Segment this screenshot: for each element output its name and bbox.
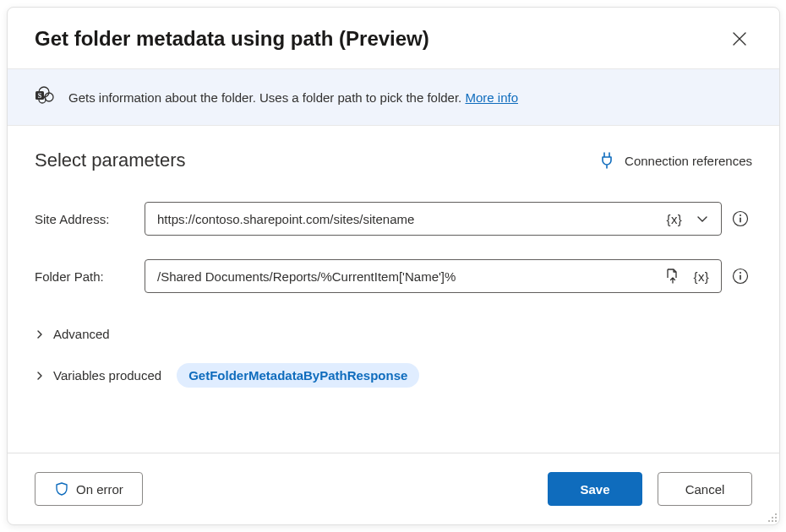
variable-chip[interactable]: GetFolderMetadataByPathResponse [177,363,419,388]
svg-point-13 [775,517,777,518]
on-error-button[interactable]: On error [35,472,143,506]
chevron-down-icon [696,212,709,225]
footer-actions: Save Cancel [548,472,752,506]
field-folder-path: Folder Path: {x} [35,259,752,293]
connection-references-button[interactable]: Connection references [599,152,752,169]
connection-references-label: Connection references [625,154,752,168]
svg-point-6 [740,214,741,216]
shield-icon [54,481,69,497]
svg-point-15 [772,520,773,522]
dialog-content: Select parameters Connection references … [8,126,779,453]
close-button[interactable] [727,26,752,52]
svg-point-12 [772,517,773,518]
insert-variable-button[interactable]: {x} [690,268,712,285]
svg-point-11 [775,513,777,515]
svg-point-14 [768,520,770,522]
folder-path-info-button[interactable] [729,268,752,285]
info-banner: S Gets information about the folder. Use… [8,68,779,126]
svg-point-9 [740,272,741,274]
dropdown-button[interactable] [692,210,712,227]
folder-path-label: Folder Path: [35,269,138,284]
chevron-right-icon [35,329,45,339]
field-site-address: Site Address: {x} [35,202,752,236]
resize-grip-icon[interactable] [766,511,778,523]
chevron-right-icon [35,371,45,381]
params-header: Select parameters Connection references [35,149,752,171]
on-error-label: On error [76,482,123,497]
svg-point-16 [775,520,777,522]
plug-icon [599,152,614,169]
info-icon [732,210,749,227]
advanced-label: Advanced [53,327,110,341]
folder-path-input[interactable] [157,269,653,284]
banner-description: Gets information about the folder. Uses … [68,90,465,105]
sharepoint-icon: S [35,86,55,108]
info-icon [732,268,749,285]
folder-path-input-wrapper: {x} [145,259,722,293]
banner-text: Gets information about the folder. Uses … [68,90,518,105]
insert-variable-button[interactable]: {x} [663,210,685,228]
variables-produced-label: Variables produced [53,368,161,383]
cancel-button[interactable]: Cancel [658,472,752,506]
file-arrow-icon [663,268,680,285]
site-address-input-wrapper: {x} [145,202,722,236]
dialog-header: Get folder metadata using path (Preview) [8,8,779,68]
site-address-info-button[interactable] [729,210,752,227]
close-icon [732,31,747,46]
dialog-title: Get folder metadata using path (Preview) [35,27,429,51]
svg-rect-7 [740,218,741,223]
svg-text:S: S [38,92,42,100]
site-address-label: Site Address: [35,212,138,226]
more-info-link[interactable]: More info [465,90,518,105]
dialog-footer: On error Save Cancel [8,453,779,524]
svg-rect-10 [740,275,741,280]
save-button[interactable]: Save [548,472,642,506]
advanced-expander[interactable]: Advanced [35,327,752,341]
site-address-input[interactable] [157,212,657,226]
variables-produced-expander[interactable]: Variables produced GetFolderMetadataByPa… [35,363,752,388]
file-picker-button[interactable] [660,266,684,286]
dialog-get-folder-metadata: Get folder metadata using path (Preview)… [7,7,780,525]
select-parameters-title: Select parameters [35,149,186,171]
